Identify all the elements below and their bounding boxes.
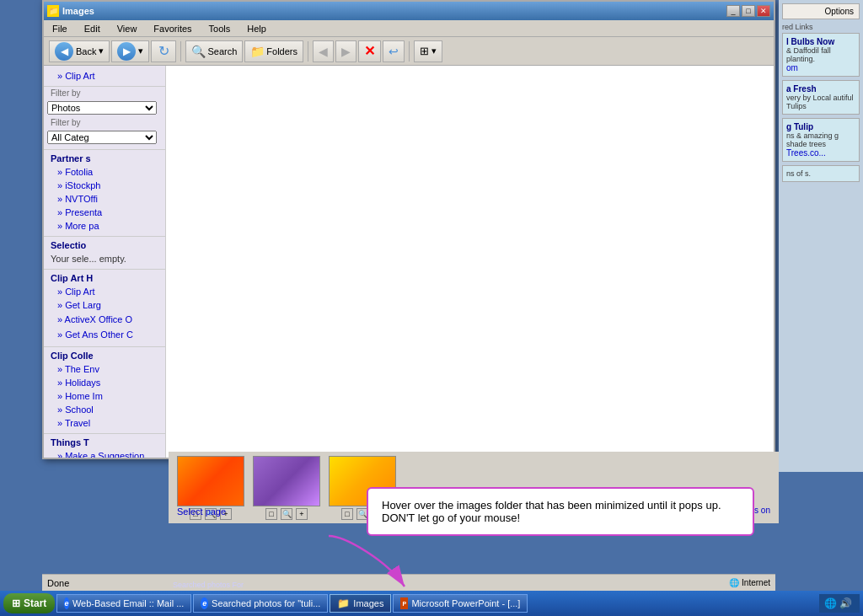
selection-text: Your sele... empty. [44, 252, 165, 265]
sidebar-nvtoffi[interactable]: » NVTOffi [44, 192, 165, 206]
nav-fwd2-button[interactable]: ▶ [335, 40, 356, 62]
folders-button[interactable]: 📁 Folders [244, 40, 303, 62]
taskbar-ppt-label: Microsoft PowerPoint - [...] [411, 598, 520, 608]
taskbar-images-label: Images [353, 598, 383, 608]
browser-window: 📁 Images _ □ ✕ File Edit View Favorites … [42, 0, 775, 459]
main-content [166, 66, 774, 458]
sidebar-istockph[interactable]: » iStockph [44, 179, 165, 192]
taskbar-speaker-icon: 🔊 [839, 597, 851, 609]
ad-fresh: a Fresh very by Local autiful Tulips [782, 80, 860, 115]
ad-tulip-text: ns & amazing g shade trees [786, 131, 855, 148]
view-dropdown-icon: ▾ [432, 46, 437, 56]
taskbar-powerpoint[interactable]: P Microsoft PowerPoint - [...] [393, 594, 528, 613]
close-button[interactable]: ✕ [757, 5, 770, 17]
internet-zone: 🌐 Internet [729, 578, 770, 587]
sidebar-env[interactable]: » The Env [44, 362, 165, 376]
sidebar-clip-art[interactable]: » Clip Art [44, 69, 165, 83]
purple-arrow-svg [320, 528, 421, 595]
ad-tulip-link[interactable]: Trees.co... [786, 148, 855, 158]
sidebar-home-im[interactable]: » Home Im [44, 389, 165, 403]
taskbar-webmail[interactable]: e Web-Based Email :: Mail ... [56, 594, 191, 613]
select-page-text[interactable]: Select page [177, 506, 226, 517]
right-ads-panel: Options red Links l Bulbs Now & Daffodil… [779, 0, 863, 472]
taskbar-webmail-label: Web-Based Email :: Mail ... [72, 598, 184, 608]
sidebar-get-larg[interactable]: » Get Larg [44, 298, 165, 312]
nav-back2-button[interactable]: ◀ [313, 40, 334, 62]
sidebar-school[interactable]: » School [44, 403, 165, 416]
start-button[interactable]: ⊞ Start [3, 593, 55, 613]
tooltip-callout: Hover over the images folder that has be… [367, 487, 754, 536]
filter-type-select[interactable]: Photos [47, 101, 157, 115]
browser-content: » Clip Art Filter by Photos Filter by Al… [44, 66, 774, 458]
menu-bar: File Edit View Favorites Tools Help [44, 20, 774, 37]
taskbar-images[interactable]: 📁 Images [330, 594, 391, 613]
ad-bulbs-text: & Daffodil fall planting. [786, 46, 855, 63]
empty-content-area [166, 66, 774, 458]
filter-category-select[interactable]: All Categ [47, 131, 157, 144]
maximize-button[interactable]: □ [742, 5, 755, 17]
sponsored-links-label: red Links [782, 23, 860, 31]
back-icon: ◀ [55, 42, 73, 61]
ad-extra-text: ns of s. [786, 169, 855, 178]
menu-help[interactable]: Help [242, 22, 271, 35]
ad-bulbs-link[interactable]: om [786, 63, 855, 72]
img2-select[interactable]: □ [265, 508, 277, 520]
img2-zoom[interactable]: 🔍 [281, 508, 292, 520]
back-dropdown-icon: ▾ [99, 46, 104, 56]
forward-button[interactable]: ▶ ▾ [111, 40, 149, 62]
ad-bulbs: l Bulbs Now & Daffodil fall planting. om [782, 33, 860, 77]
refresh-icon: ↻ [157, 45, 170, 58]
filter-type-label: Filter by [44, 86, 165, 99]
stop-button[interactable]: ✕ [358, 40, 381, 62]
img3-select[interactable]: □ [341, 508, 353, 520]
folder-title-icon: 📁 [47, 5, 59, 17]
menu-edit[interactable]: Edit [79, 22, 105, 35]
search-label: Search [207, 46, 237, 56]
minimize-button[interactable]: _ [726, 5, 740, 17]
toolbar-sep-2 [308, 41, 308, 62]
menu-tools[interactable]: Tools [204, 22, 236, 35]
ad-extra: ns of s. [782, 165, 860, 182]
view-button[interactable]: ⊞ ▾ [414, 40, 442, 62]
title-bar: 📁 Images _ □ ✕ [44, 2, 774, 20]
ad-bulbs-title: l Bulbs Now [786, 37, 855, 46]
status-text: Done [47, 578, 69, 588]
sidebar-suggestion[interactable]: » Make a Suggestion [44, 449, 165, 458]
back-button[interactable]: ◀ Back ▾ [49, 40, 110, 62]
sidebar-travel[interactable]: » Travel [44, 416, 165, 430]
start-label: Start [24, 597, 46, 609]
searched-photos-label: Searched photos For [173, 581, 244, 589]
sidebar-activex[interactable]: » ActiveX Office O [44, 312, 165, 327]
menu-view[interactable]: View [112, 22, 142, 35]
undo-button[interactable]: ↩ [383, 40, 405, 62]
ppt-taskbar-icon: P [400, 597, 408, 609]
taskbar-searched[interactable]: e Searched photos for "tuli... [193, 594, 328, 613]
sidebar-holidays[interactable]: » Holidays [44, 376, 165, 389]
toolbar: ◀ Back ▾ ▶ ▾ ↻ 🔍 Search 📁 Folders ◀ [44, 37, 774, 66]
menu-favorites[interactable]: Favorites [148, 22, 196, 35]
sidebar-get-ans[interactable]: » Get Ans Other C [44, 327, 165, 342]
title-bar-controls: _ □ ✕ [726, 5, 770, 17]
menu-file[interactable]: File [47, 22, 72, 35]
sidebar-clip-art-home[interactable]: » Clip Art [44, 285, 165, 298]
img2-insert[interactable]: + [296, 508, 308, 520]
sidebar-more-pa[interactable]: » More pa [44, 219, 165, 233]
search-button[interactable]: 🔍 Search [185, 40, 243, 62]
ie-icon-1: e [64, 597, 69, 609]
ad-tulip: g Tulip ns & amazing g shade trees Trees… [782, 118, 860, 162]
back-label: Back [76, 46, 96, 56]
thumb-purple-img [253, 456, 320, 506]
refresh-button[interactable]: ↻ [151, 40, 176, 62]
ad-fresh-text: very by Local autiful Tulips [786, 94, 855, 110]
sidebar-presenta[interactable]: » Presenta [44, 206, 165, 219]
filter-category-label: Filter by [44, 116, 165, 129]
options-button[interactable]: Options [782, 3, 860, 19]
tooltip-text: Hover over the images folder that has be… [382, 499, 721, 524]
sidebar-fotolia[interactable]: » Fotolia [44, 165, 165, 179]
ie-icon-2: e [201, 597, 208, 609]
toolbar-sep-3 [409, 41, 410, 62]
ad-tulip-title: g Tulip [786, 122, 855, 131]
things-section-title: Things T [44, 433, 165, 449]
folder-taskbar-icon: 📁 [337, 597, 350, 609]
title-bar-left: 📁 Images [47, 5, 94, 17]
